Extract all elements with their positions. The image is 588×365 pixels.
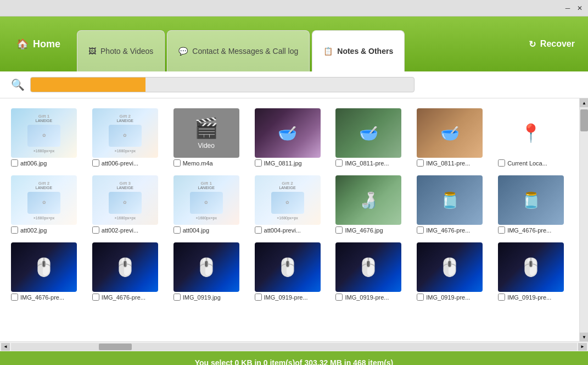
horizontal-scrollbar[interactable]: ◄ ►: [0, 341, 588, 351]
tab-notes[interactable]: 📋 Notes & Others: [312, 30, 405, 71]
file-checkbox[interactable]: [11, 226, 18, 234]
file-checkbox[interactable]: [255, 159, 262, 167]
file-checkbox[interactable]: [92, 226, 99, 234]
file-checkbox[interactable]: [92, 294, 99, 301]
file-name: att002-previ...: [102, 227, 138, 234]
h-scroll-thumb[interactable]: [99, 344, 132, 350]
tab-contact[interactable]: 💬 Contact & Messages & Call log: [167, 30, 310, 71]
file-name: att004-previ...: [264, 227, 301, 234]
file-checkbox[interactable]: [498, 159, 505, 167]
search-area: 🔍: [0, 71, 588, 98]
file-checkbox[interactable]: [173, 159, 181, 167]
list-item[interactable]: 🖱️IMG_4676-pre...: [5, 238, 82, 305]
list-item[interactable]: Gift 2LANEIGE✿×1680px×pxatt006-previ...: [87, 104, 164, 171]
list-item[interactable]: 🖱️IMG_0919-pre...: [330, 238, 407, 305]
list-item[interactable]: 📍Current Loca...: [492, 104, 569, 171]
list-item[interactable]: 🍶IMG_4676.jpg: [330, 171, 407, 238]
scroll-track: [580, 107, 588, 333]
file-checkbox[interactable]: [335, 159, 343, 167]
tab-notes-label: Notes & Others: [337, 47, 393, 56]
file-checkbox[interactable]: [417, 159, 424, 167]
list-item[interactable]: Gift 3LANEIGE✿×1680px×pxatt002-previ...: [87, 171, 164, 238]
recover-icon: ↻: [529, 39, 536, 49]
list-item[interactable]: 🖱️IMG_4676-pre...: [87, 238, 164, 305]
file-grid: Gift 1LANEIGE✿×1680px×pxatt006.jpgGift 2…: [0, 98, 579, 341]
status-text: You select 0 KB in 0 item(s)of 303.32 MB…: [195, 358, 394, 365]
file-name: IMG_0811-pre...: [345, 160, 389, 167]
file-name: IMG_4676-pre...: [426, 227, 470, 234]
file-checkbox[interactable]: [498, 226, 505, 234]
header: 🏠 Home 🖼 Photo & Videos 💬 Contact & Mess…: [0, 16, 588, 71]
file-checkbox[interactable]: [173, 294, 181, 301]
scroll-up-button[interactable]: ▲: [580, 98, 588, 107]
file-checkbox[interactable]: [92, 159, 99, 167]
file-checkbox[interactable]: [11, 159, 18, 167]
file-name: IMG_4676.jpg: [345, 227, 383, 234]
main-content: Gift 1LANEIGE✿×1680px×pxatt006.jpgGift 2…: [0, 98, 588, 341]
list-item[interactable]: 🥣IMG_0811-pre...: [411, 104, 488, 171]
file-name: IMG_0919-pre...: [507, 294, 551, 301]
list-item[interactable]: 🖱️IMG_0919-pre...: [411, 238, 488, 305]
file-name: IMG_0919-pre...: [345, 294, 389, 301]
file-checkbox[interactable]: [498, 294, 505, 301]
tab-photo-label: Photo & Videos: [100, 47, 153, 56]
file-name: IMG_4676-pre...: [102, 294, 145, 301]
list-item[interactable]: Gift 1LANEIGE✿×1680px×pxatt006.jpg: [5, 104, 82, 171]
status-bar: You select 0 KB in 0 item(s)of 303.32 MB…: [0, 351, 588, 365]
file-checkbox[interactable]: [335, 294, 343, 301]
file-name: Current Loca...: [507, 160, 547, 167]
list-item[interactable]: 🖱️IMG_0919-pre...: [492, 238, 569, 305]
list-item[interactable]: 🫙IMG_4676-pre...: [411, 171, 488, 238]
file-name: IMG_0811-pre...: [426, 160, 470, 167]
scroll-right-button[interactable]: ►: [578, 343, 587, 351]
h-scroll-track: [11, 343, 577, 351]
list-item[interactable]: 🥣IMG_0811.jpg: [249, 104, 326, 171]
home-button[interactable]: 🏠 Home: [0, 16, 77, 71]
file-checkbox[interactable]: [417, 294, 424, 301]
close-button[interactable]: ✕: [574, 2, 586, 14]
file-name: Memo.m4a: [183, 160, 213, 167]
file-name: IMG_0811.jpg: [264, 160, 302, 167]
file-name: IMG_0919-pre...: [264, 294, 308, 301]
file-checkbox[interactable]: [417, 226, 424, 234]
notes-icon: 📋: [323, 47, 333, 56]
scroll-down-button[interactable]: ▼: [580, 333, 588, 341]
scroll-thumb[interactable]: [580, 109, 588, 131]
list-item[interactable]: 🫙IMG_4676-pre...: [492, 171, 569, 238]
file-name: IMG_0919.jpg: [183, 294, 221, 301]
vertical-scrollbar[interactable]: ▲ ▼: [579, 98, 588, 341]
file-name: IMG_4676-pre...: [507, 227, 551, 234]
list-item[interactable]: 🖱️IMG_0919-pre...: [249, 238, 326, 305]
file-checkbox[interactable]: [173, 226, 181, 234]
list-item[interactable]: 🥣IMG_0811-pre...: [330, 104, 407, 171]
list-item[interactable]: Gift 2LANEIGE✿×1680px×pxatt002.jpg: [5, 171, 82, 238]
file-name: att006.jpg: [20, 160, 47, 167]
file-checkbox[interactable]: [11, 294, 18, 301]
minimize-button[interactable]: ─: [562, 2, 574, 14]
scroll-left-button[interactable]: ◄: [1, 343, 10, 351]
list-item[interactable]: 🎬VideoMemo.m4a: [168, 104, 245, 171]
search-icon: 🔍: [11, 78, 25, 91]
tab-contact-label: Contact & Messages & Call log: [192, 47, 298, 56]
recover-button[interactable]: ↻ Recover: [516, 16, 588, 71]
search-input[interactable]: [30, 77, 415, 92]
recover-label: Recover: [540, 39, 575, 49]
file-name: att004.jpg: [183, 227, 209, 234]
file-checkbox[interactable]: [335, 226, 343, 234]
list-item[interactable]: Gift 2LANEIGE✿×1680px×pxatt004-previ...: [249, 171, 326, 238]
file-checkbox[interactable]: [255, 294, 262, 301]
file-checkbox[interactable]: [255, 226, 262, 234]
photo-icon: 🖼: [88, 47, 96, 56]
file-name: att006-previ...: [102, 160, 138, 167]
list-item[interactable]: Gift 1LANEIGE✿×1680px×pxatt004.jpg: [168, 171, 245, 238]
file-name: IMG_4676-pre...: [20, 294, 64, 301]
home-icon: 🏠: [16, 38, 29, 50]
nav-tabs: 🖼 Photo & Videos 💬 Contact & Messages & …: [77, 16, 516, 71]
list-item[interactable]: 🖱️IMG_0919.jpg: [168, 238, 245, 305]
title-bar: ─ ✕: [0, 0, 588, 16]
contact-icon: 💬: [178, 47, 188, 56]
file-name: att002.jpg: [20, 227, 47, 234]
home-label: Home: [33, 38, 60, 50]
tab-photo[interactable]: 🖼 Photo & Videos: [77, 30, 165, 71]
file-name: IMG_0919-pre...: [426, 294, 470, 301]
